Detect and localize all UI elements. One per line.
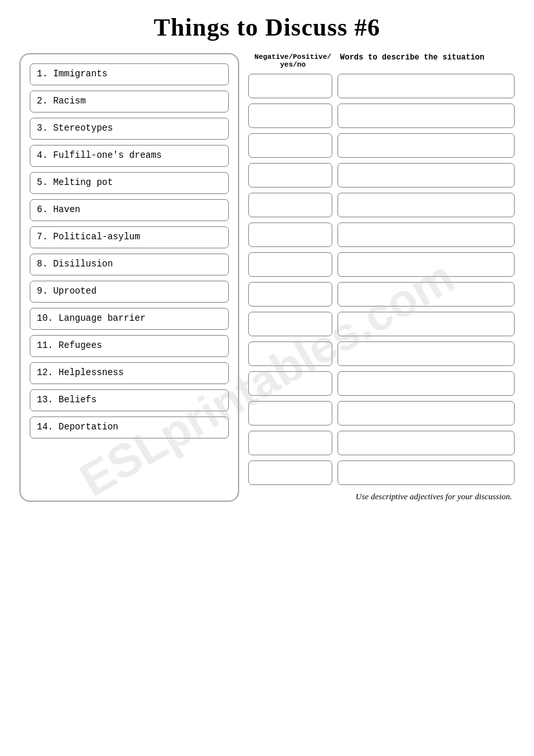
neg-pos-box-6[interactable] <box>248 222 332 247</box>
words-box-8[interactable] <box>337 282 515 307</box>
neg-pos-box-1[interactable] <box>248 74 332 98</box>
answer-row-12 <box>248 401 515 426</box>
words-box-1[interactable] <box>337 74 515 98</box>
words-box-13[interactable] <box>337 431 515 455</box>
term-box-8: 8. Disillusion <box>30 254 229 275</box>
words-box-4[interactable] <box>337 163 515 188</box>
term-box-12: 12. Helplessness <box>30 362 229 384</box>
footer-note: Use descriptive adjectives for your disc… <box>248 491 515 502</box>
term-box-5: 5. Melting pot <box>30 172 229 194</box>
answer-row-2 <box>248 103 515 128</box>
term-box-2: 2. Racism <box>30 91 229 113</box>
answer-row-8 <box>248 282 515 307</box>
term-box-14: 14. Deportation <box>30 416 229 438</box>
page-title: Things to Discuss #6 <box>19 13 515 41</box>
answer-row-14 <box>248 460 515 485</box>
answer-row-3 <box>248 133 515 158</box>
neg-pos-box-2[interactable] <box>248 103 332 128</box>
term-box-10: 10. Language barrier <box>30 308 229 330</box>
answer-rows-container <box>248 74 515 485</box>
neg-pos-box-14[interactable] <box>248 460 332 485</box>
answer-row-11 <box>248 371 515 396</box>
neg-pos-box-3[interactable] <box>248 133 332 158</box>
words-box-10[interactable] <box>337 341 515 366</box>
answer-row-4 <box>248 163 515 188</box>
neg-pos-box-13[interactable] <box>248 431 332 455</box>
neg-pos-box-8[interactable] <box>248 282 332 307</box>
words-box-3[interactable] <box>337 133 515 158</box>
words-box-12[interactable] <box>337 401 515 426</box>
term-box-4: 4. Fulfill-one's dreams <box>30 145 229 167</box>
term-box-11: 11. Refugees <box>30 335 229 357</box>
words-box-6[interactable] <box>337 222 515 247</box>
neg-pos-box-9[interactable] <box>248 312 332 336</box>
term-box-3: 3. Stereotypes <box>30 118 229 140</box>
header-words: Words to describe the situation <box>340 53 515 69</box>
main-content: 1. Immigrants2. Racism3. Stereotypes4. F… <box>19 53 515 502</box>
header-neg-pos: Negative/Positive/ yes/no <box>251 53 335 69</box>
neg-pos-box-10[interactable] <box>248 341 332 366</box>
term-box-13: 13. Beliefs <box>30 389 229 411</box>
neg-pos-box-4[interactable] <box>248 163 332 188</box>
neg-pos-box-7[interactable] <box>248 252 332 277</box>
answer-row-1 <box>248 74 515 98</box>
left-panel: 1. Immigrants2. Racism3. Stereotypes4. F… <box>19 53 239 502</box>
words-box-9[interactable] <box>337 312 515 336</box>
neg-pos-box-11[interactable] <box>248 371 332 396</box>
right-header: Negative/Positive/ yes/no Words to descr… <box>248 53 515 69</box>
term-box-9: 9. Uprooted <box>30 281 229 303</box>
answer-row-13 <box>248 431 515 455</box>
answer-row-10 <box>248 341 515 366</box>
words-box-11[interactable] <box>337 371 515 396</box>
term-box-1: 1. Immigrants <box>30 63 229 85</box>
term-box-7: 7. Political-asylum <box>30 226 229 248</box>
words-box-14[interactable] <box>337 460 515 485</box>
words-box-2[interactable] <box>337 103 515 128</box>
words-box-5[interactable] <box>337 193 515 217</box>
neg-pos-box-5[interactable] <box>248 193 332 217</box>
neg-pos-box-12[interactable] <box>248 401 332 426</box>
answer-row-7 <box>248 252 515 277</box>
right-panel: Negative/Positive/ yes/no Words to descr… <box>239 53 515 502</box>
answer-row-9 <box>248 312 515 336</box>
term-box-6: 6. Haven <box>30 199 229 221</box>
words-box-7[interactable] <box>337 252 515 277</box>
answer-row-5 <box>248 193 515 217</box>
answer-row-6 <box>248 222 515 247</box>
